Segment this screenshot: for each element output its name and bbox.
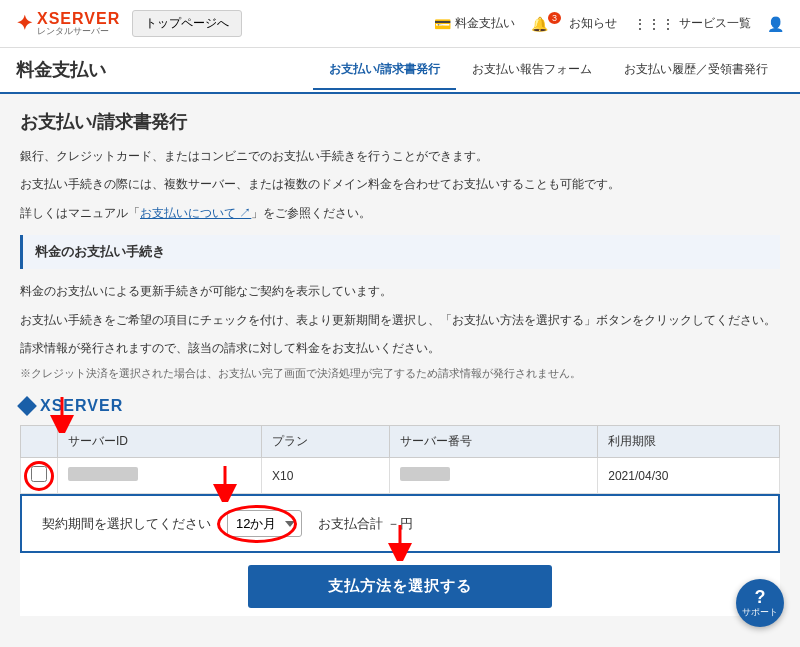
notification-badge: 3 [548,12,561,24]
header-actions: 💳 料金支払い 🔔 3 お知らせ ⋮⋮⋮ サービス一覧 👤 [434,15,784,32]
plan-value: X10 [272,469,293,483]
td-checkbox-cell [21,458,58,494]
notice-action[interactable]: 🔔 3 お知らせ [531,15,617,32]
logo-sub-text: レンタルサーバー [37,27,120,37]
manual-link-text: お支払いについて [140,206,236,220]
td-plan: X10 [262,458,390,494]
payment-desc1: 料金のお支払いによる更新手続きが可能なご契約を表示しています。 [20,281,780,301]
th-server-number: サーバー番号 [389,426,597,458]
tab-payment-invoice[interactable]: お支払い/請求書発行 [313,51,456,90]
payment-desc3: 請求情報が発行されますので、該当の請求に対して料金をお支払いください。 [20,338,780,358]
period-select[interactable]: 1か月 3か月 6か月 12か月 24か月 36か月 [227,510,302,537]
td-server-id [58,458,262,494]
notice-label: お知らせ [569,15,617,32]
brand-header: XSERVER [20,393,780,419]
section-title: お支払い/請求書発行 [20,110,780,134]
manual-text-block: 詳しくはマニュアル「お支払いについて ↗」をご参照ください。 [20,203,780,223]
period-select-wrapper: 1か月 3か月 6か月 12か月 24か月 36か月 [227,510,302,537]
bottom-area-wrapper: 契約期間を選択してください 1か月 3か月 6か月 12か月 24か月 36か月… [20,494,780,553]
user-icon: 👤 [767,16,784,32]
submit-area-wrapper: 支払方法を選択する [20,553,780,616]
logo-text: XSERVER レンタルサーバー [37,10,120,37]
brand-diamond-icon [17,396,37,416]
manual-text: 詳しくはマニュアル「 [20,206,140,220]
server-checkbox[interactable] [31,466,47,482]
account-action[interactable]: 👤 [767,16,784,32]
th-expiry: 利用期限 [598,426,780,458]
server-table: サーバーID プラン サーバー番号 利用期限 X10 [20,425,780,494]
brand-name: XSERVER [40,397,123,415]
td-expiry: 2021/04/30 [598,458,780,494]
server-number-value [400,467,450,481]
period-label: 契約期間を選択してください [42,515,211,533]
server-id-value [68,467,138,481]
bottom-panel: 契約期間を選択してください 1か月 3か月 6か月 12か月 24か月 36か月… [20,494,780,553]
warning-text: ※クレジット決済を選択された場合は、お支払い完了画面で決済処理が完了するため請求… [20,366,780,381]
payment-icon: 💳 [434,16,451,32]
services-label: サービス一覧 [679,15,751,32]
total-amount: －円 [387,516,413,531]
support-button[interactable]: ? サポート [736,579,784,627]
payment-desc2: お支払い手続きをご希望の項目にチェックを付け、表より更新期間を選択し、「お支払い… [20,310,780,330]
logo-main-text: XSERVER [37,10,120,28]
td-server-number [389,458,597,494]
page-header: 料金支払い お支払い/請求書発行 お支払い報告フォーム お支払い履歴／受領書発行 [0,48,800,94]
question-icon: ? [755,588,766,606]
grid-icon: ⋮⋮⋮ [633,16,675,32]
payment-label: 料金支払い [455,15,515,32]
top-page-button[interactable]: トップページへ [132,10,242,37]
total-label: お支払合計 －円 [318,515,413,533]
table-header-row: サーバーID プラン サーバー番号 利用期限 [21,426,780,458]
bell-icon: 🔔 [531,16,548,32]
services-action[interactable]: ⋮⋮⋮ サービス一覧 [633,15,751,32]
th-plan: プラン [262,426,390,458]
description-line1: 銀行、クレジットカード、またはコンビニでのお支払い手続きを行うことができます。 [20,146,780,166]
expiry-value: 2021/04/30 [608,469,668,483]
tab-payment-report[interactable]: お支払い報告フォーム [456,51,608,90]
table-row: X10 2021/04/30 [21,458,780,494]
page-title: 料金支払い [16,60,106,80]
page-title-section: 料金支払い [16,48,313,92]
payment-action[interactable]: 💳 料金支払い [434,15,515,32]
total-label-text: お支払合計 [318,516,383,531]
support-label: サポート [742,606,778,619]
logo-icon: ✦ [16,11,33,35]
manual-suffix: 」をご参照ください。 [251,206,371,220]
manual-link[interactable]: お支払いについて ↗ [140,206,251,220]
submit-payment-button[interactable]: 支払方法を選択する [248,565,552,608]
page-tabs: お支払い/請求書発行 お支払い報告フォーム お支払い履歴／受領書発行 [313,51,784,90]
card-section-title: 料金のお支払い手続き [20,235,780,269]
header: ✦ XSERVER レンタルサーバー トップページへ 💳 料金支払い 🔔 3 お… [0,0,800,48]
main-content: お支払い/請求書発行 銀行、クレジットカード、またはコンビニでのお支払い手続きを… [0,94,800,641]
external-link-icon: ↗ [236,206,251,220]
logo: ✦ XSERVER レンタルサーバー [16,10,120,37]
description-line2: お支払い手続きの際には、複数サーバー、または複数のドメイン料金を合わせてお支払い… [20,174,780,194]
server-table-wrapper: サーバーID プラン サーバー番号 利用期限 X10 [20,425,780,494]
th-server-id: サーバーID [58,426,262,458]
th-checkbox [21,426,58,458]
tab-payment-history[interactable]: お支払い履歴／受領書発行 [608,51,784,90]
submit-area: 支払方法を選択する [20,553,780,616]
